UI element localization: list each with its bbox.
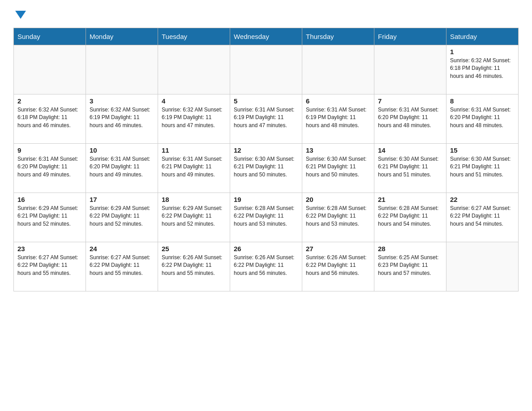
day-number: 13 [306,146,370,154]
calendar-cell: 15Sunrise: 6:30 AM Sunset: 6:21 PM Dayli… [446,144,519,193]
week-row-2: 2Sunrise: 6:32 AM Sunset: 6:18 PM Daylig… [14,94,519,144]
day-info: Sunrise: 6:28 AM Sunset: 6:22 PM Dayligh… [306,205,370,228]
calendar-cell: 20Sunrise: 6:28 AM Sunset: 6:22 PM Dayli… [302,193,374,242]
day-info: Sunrise: 6:31 AM Sunset: 6:20 PM Dayligh… [378,106,442,129]
day-info: Sunrise: 6:31 AM Sunset: 6:20 PM Dayligh… [17,155,82,179]
day-info: Sunrise: 6:29 AM Sunset: 6:21 PM Dayligh… [17,205,82,228]
week-row-4: 16Sunrise: 6:29 AM Sunset: 6:21 PM Dayli… [14,193,519,242]
day-number: 24 [90,245,154,253]
calendar-cell: 13Sunrise: 6:30 AM Sunset: 6:21 PM Dayli… [302,144,374,193]
calendar-cell: 10Sunrise: 6:31 AM Sunset: 6:20 PM Dayli… [86,144,158,193]
day-info: Sunrise: 6:30 AM Sunset: 6:21 PM Dayligh… [450,155,515,179]
calendar-cell [86,45,158,94]
day-info: Sunrise: 6:29 AM Sunset: 6:22 PM Dayligh… [162,205,226,228]
day-number: 17 [90,196,154,203]
calendar-cell: 25Sunrise: 6:26 AM Sunset: 6:22 PM Dayli… [158,242,230,291]
day-number: 18 [162,196,226,203]
day-info: Sunrise: 6:30 AM Sunset: 6:21 PM Dayligh… [378,155,442,179]
day-number: 10 [90,146,154,154]
day-info: Sunrise: 6:28 AM Sunset: 6:22 PM Dayligh… [234,205,298,228]
page-header [13,9,519,19]
weekday-header-tuesday: Tuesday [158,28,230,45]
day-number: 9 [17,146,82,154]
day-info: Sunrise: 6:30 AM Sunset: 6:21 PM Dayligh… [234,155,298,179]
day-number: 3 [90,97,154,105]
day-info: Sunrise: 6:26 AM Sunset: 6:22 PM Dayligh… [306,254,370,277]
day-info: Sunrise: 6:32 AM Sunset: 6:19 PM Dayligh… [162,106,226,129]
day-info: Sunrise: 6:30 AM Sunset: 6:21 PM Dayligh… [306,155,370,179]
day-number: 22 [450,196,515,203]
calendar-cell: 21Sunrise: 6:28 AM Sunset: 6:22 PM Dayli… [374,193,446,242]
weekday-header-wednesday: Wednesday [230,28,302,45]
calendar-cell: 14Sunrise: 6:30 AM Sunset: 6:21 PM Dayli… [374,144,446,193]
calendar-cell: 27Sunrise: 6:26 AM Sunset: 6:22 PM Dayli… [302,242,374,291]
calendar-cell [14,45,86,94]
day-number: 8 [450,97,515,105]
day-info: Sunrise: 6:31 AM Sunset: 6:20 PM Dayligh… [450,106,515,129]
day-number: 2 [17,97,82,105]
week-row-5: 23Sunrise: 6:27 AM Sunset: 6:22 PM Dayli… [14,242,519,291]
day-info: Sunrise: 6:26 AM Sunset: 6:22 PM Dayligh… [234,254,298,277]
calendar-cell: 24Sunrise: 6:27 AM Sunset: 6:22 PM Dayli… [86,242,158,291]
calendar-cell: 2Sunrise: 6:32 AM Sunset: 6:18 PM Daylig… [14,94,86,144]
calendar-cell: 5Sunrise: 6:31 AM Sunset: 6:19 PM Daylig… [230,94,302,144]
calendar-cell [302,45,374,94]
weekday-header-saturday: Saturday [446,28,519,45]
logo [13,9,26,19]
weekday-header-monday: Monday [86,28,158,45]
day-number: 28 [378,245,442,253]
calendar-cell: 18Sunrise: 6:29 AM Sunset: 6:22 PM Dayli… [158,193,230,242]
calendar-cell: 28Sunrise: 6:25 AM Sunset: 6:23 PM Dayli… [374,242,446,291]
day-info: Sunrise: 6:28 AM Sunset: 6:22 PM Dayligh… [378,205,442,228]
day-number: 6 [306,97,370,105]
calendar-cell [230,45,302,94]
day-info: Sunrise: 6:32 AM Sunset: 6:18 PM Dayligh… [17,106,82,129]
calendar-cell: 4Sunrise: 6:32 AM Sunset: 6:19 PM Daylig… [158,94,230,144]
calendar-cell: 23Sunrise: 6:27 AM Sunset: 6:22 PM Dayli… [14,242,86,291]
calendar-cell: 1Sunrise: 6:32 AM Sunset: 6:18 PM Daylig… [446,45,519,94]
day-number: 11 [162,146,226,154]
day-number: 4 [162,97,226,105]
calendar-cell: 19Sunrise: 6:28 AM Sunset: 6:22 PM Dayli… [230,193,302,242]
calendar-cell: 9Sunrise: 6:31 AM Sunset: 6:20 PM Daylig… [14,144,86,193]
day-info: Sunrise: 6:31 AM Sunset: 6:21 PM Dayligh… [162,155,226,179]
calendar-cell: 26Sunrise: 6:26 AM Sunset: 6:22 PM Dayli… [230,242,302,291]
day-number: 19 [234,196,298,203]
calendar-table: SundayMondayTuesdayWednesdayThursdayFrid… [13,28,519,291]
day-number: 16 [17,196,82,203]
day-info: Sunrise: 6:29 AM Sunset: 6:22 PM Dayligh… [90,205,154,228]
day-number: 21 [378,196,442,203]
day-info: Sunrise: 6:32 AM Sunset: 6:19 PM Dayligh… [90,106,154,129]
day-info: Sunrise: 6:26 AM Sunset: 6:22 PM Dayligh… [162,254,226,277]
weekday-header-row: SundayMondayTuesdayWednesdayThursdayFrid… [14,28,519,45]
day-number: 7 [378,97,442,105]
calendar-cell: 11Sunrise: 6:31 AM Sunset: 6:21 PM Dayli… [158,144,230,193]
calendar-cell: 17Sunrise: 6:29 AM Sunset: 6:22 PM Dayli… [86,193,158,242]
day-info: Sunrise: 6:27 AM Sunset: 6:22 PM Dayligh… [450,205,515,228]
logo-arrow-icon [15,11,26,19]
day-number: 20 [306,196,370,203]
day-info: Sunrise: 6:32 AM Sunset: 6:18 PM Dayligh… [450,57,515,80]
day-number: 5 [234,97,298,105]
day-number: 1 [450,48,515,56]
calendar-cell: 6Sunrise: 6:31 AM Sunset: 6:19 PM Daylig… [302,94,374,144]
day-info: Sunrise: 6:31 AM Sunset: 6:20 PM Dayligh… [90,155,154,179]
day-info: Sunrise: 6:31 AM Sunset: 6:19 PM Dayligh… [234,106,298,129]
calendar-cell: 7Sunrise: 6:31 AM Sunset: 6:20 PM Daylig… [374,94,446,144]
day-number: 12 [234,146,298,154]
calendar-cell: 12Sunrise: 6:30 AM Sunset: 6:21 PM Dayli… [230,144,302,193]
day-number: 27 [306,245,370,253]
day-info: Sunrise: 6:31 AM Sunset: 6:19 PM Dayligh… [306,106,370,129]
calendar-cell: 3Sunrise: 6:32 AM Sunset: 6:19 PM Daylig… [86,94,158,144]
day-info: Sunrise: 6:25 AM Sunset: 6:23 PM Dayligh… [378,254,442,277]
day-number: 23 [17,245,82,253]
calendar-cell [158,45,230,94]
calendar-cell: 8Sunrise: 6:31 AM Sunset: 6:20 PM Daylig… [446,94,519,144]
calendar-cell: 16Sunrise: 6:29 AM Sunset: 6:21 PM Dayli… [14,193,86,242]
weekday-header-friday: Friday [374,28,446,45]
week-row-1: 1Sunrise: 6:32 AM Sunset: 6:18 PM Daylig… [14,45,519,94]
day-info: Sunrise: 6:27 AM Sunset: 6:22 PM Dayligh… [17,254,82,277]
weekday-header-sunday: Sunday [14,28,86,45]
week-row-3: 9Sunrise: 6:31 AM Sunset: 6:20 PM Daylig… [14,144,519,193]
calendar-cell [446,242,519,291]
